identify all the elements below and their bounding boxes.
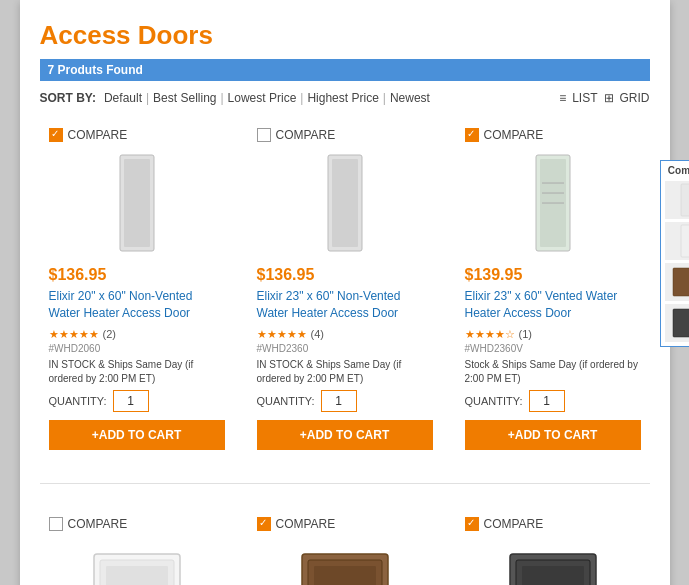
svg-rect-3 [332,159,358,247]
product-card-3: COMPARE $139.95 Elixir 23" x 60" Vented … [456,119,650,459]
product-card-1: COMPARE $136.95 Elixir 20" x 60" Non-Ven… [40,119,234,459]
svg-rect-11 [106,566,168,585]
stars-1: ★★★★★ [49,328,99,341]
product-name-2[interactable]: Elixir 23" x 60" Non-Vented Water Heater… [257,288,433,322]
sort-newest[interactable]: Newest [390,91,430,105]
stars-row-2: ★★★★★ (4) [257,328,433,341]
stock-2: IN STOCK & Ships Same Day (if ordered by… [257,358,433,386]
sort-bar: SORT BY: Default | Best Selling | Lowest… [40,91,650,105]
review-count-3: (1) [519,328,532,340]
product-image-6[interactable] [465,537,641,585]
product-name-3[interactable]: Elixir 23" x 60" Vented Water Heater Acc… [465,288,641,322]
quantity-row-2: QUANTITY: [257,390,433,412]
quantity-label-3: QUANTITY: [465,395,523,407]
quantity-label-2: QUANTITY: [257,395,315,407]
compare-label-1: COMPARE [68,128,128,142]
product-price-3: $139.95 [465,266,641,284]
product-card-2: COMPARE $136.95 Elixir 23" x 60" Non-Ven… [248,119,442,459]
sku-2: #WHD2360 [257,343,433,354]
sort-highest-price[interactable]: Highest Price [307,91,378,105]
view-list-label[interactable]: LIST [572,91,597,105]
svg-rect-1 [124,159,150,247]
product-image-1[interactable] [49,148,225,258]
compare-row-1: COMPARE [49,128,225,142]
compare-thumb-3[interactable] [665,263,690,301]
compare-row-3: COMPARE [465,128,641,142]
quantity-input-3[interactable] [529,390,565,412]
product-image-2[interactable] [257,148,433,258]
compare-sidebar-title: Compare [665,165,690,176]
compare-thumb-4[interactable] [665,304,690,342]
svg-rect-23 [673,268,690,296]
product-name-1[interactable]: Elixir 20" x 60" Non-Vented Water Heater… [49,288,225,322]
product-price-1: $136.95 [49,266,225,284]
compare-label-6: COMPARE [484,517,544,531]
add-to-cart-btn-2[interactable]: +ADD TO CART [257,420,433,450]
sku-1: #WHD2060 [49,343,225,354]
compare-checkbox-3[interactable] [465,128,479,142]
compare-thumb-2[interactable] [665,222,690,260]
product-card-4: COMPARE $59.95 Vinyl Skirting Access Doo… [40,508,234,585]
products-grid: COMPARE $136.95 Elixir 20" x 60" Non-Ven… [40,119,650,585]
compare-label-2: COMPARE [276,128,336,142]
compare-row-2: COMPARE [257,128,433,142]
sort-label: SORT BY: [40,91,96,105]
svg-rect-22 [681,225,690,257]
quantity-input-1[interactable] [113,390,149,412]
page-container: Access Doors 7 Produts Found SORT BY: De… [20,0,670,585]
grid-icon: ⊞ [604,91,614,105]
stars-2: ★★★★★ [257,328,307,341]
stars-3: ★★★★☆ [465,328,515,341]
sort-lowest-price[interactable]: Lowest Price [228,91,297,105]
view-toggle: ≡ LIST ⊞ GRID [559,91,649,105]
compare-row-5: COMPARE [257,517,433,531]
svg-rect-19 [522,566,584,585]
sort-default[interactable]: Default [104,91,142,105]
page-title: Access Doors [40,20,650,51]
compare-checkbox-2[interactable] [257,128,271,142]
compare-sidebar: Compare [660,160,690,347]
compare-checkbox-5[interactable] [257,517,271,531]
stock-1: IN STOCK & Ships Same Day (if ordered by… [49,358,225,386]
list-icon: ≡ [559,91,566,105]
compare-label-4: COMPARE [68,517,128,531]
stock-3: Stock & Ships Same Day (if ordered by 2:… [465,358,641,386]
stars-row-1: ★★★★★ (2) [49,328,225,341]
compare-row-6: COMPARE [465,517,641,531]
compare-checkbox-4[interactable] [49,517,63,531]
compare-checkbox-1[interactable] [49,128,63,142]
product-image-3[interactable] [465,148,641,258]
product-card-5: COMPARE $64.97 Brown Reil Rock Skirting … [248,508,442,585]
view-grid-label[interactable]: GRID [620,91,650,105]
product-image-5[interactable] [257,537,433,585]
sku-3: #WHD2360V [465,343,641,354]
compare-thumb-1[interactable] [665,181,690,219]
quantity-label-1: QUANTITY: [49,395,107,407]
review-count-2: (4) [311,328,324,340]
quantity-row-1: QUANTITY: [49,390,225,412]
svg-rect-15 [314,566,376,585]
review-count-1: (2) [103,328,116,340]
add-to-cart-btn-1[interactable]: +ADD TO CART [49,420,225,450]
compare-label-5: COMPARE [276,517,336,531]
svg-rect-21 [681,184,690,216]
compare-row-4: COMPARE [49,517,225,531]
stars-row-3: ★★★★☆ (1) [465,328,641,341]
sort-best-selling[interactable]: Best Selling [153,91,216,105]
product-card-6: COMPARE $64.97 Granite Reil Rock Skirtin… [456,508,650,585]
quantity-row-3: QUANTITY: [465,390,641,412]
add-to-cart-btn-3[interactable]: +ADD TO CART [465,420,641,450]
results-bar: 7 Produts Found [40,59,650,81]
product-image-4[interactable] [49,537,225,585]
product-price-2: $136.95 [257,266,433,284]
svg-rect-24 [673,309,690,337]
compare-checkbox-6[interactable] [465,517,479,531]
compare-label-3: COMPARE [484,128,544,142]
quantity-input-2[interactable] [321,390,357,412]
